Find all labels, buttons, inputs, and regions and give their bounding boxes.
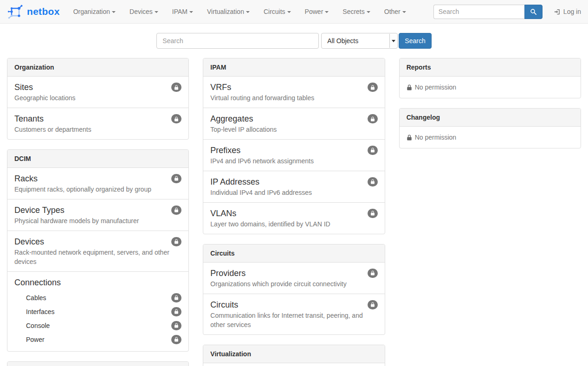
item-link-prefixes[interactable]: Prefixes — [210, 144, 240, 156]
nav-menu-power[interactable]: Power — [298, 0, 336, 23]
lock-icon — [174, 337, 179, 342]
list-item: Device TypesPhysical hardware models by … — [7, 199, 188, 231]
lock-badge — [368, 114, 378, 123]
netbox-brand[interactable]: netbox — [7, 4, 60, 19]
list-item: ConnectionsCablesInterfacesConsolePower — [7, 272, 188, 351]
list-item: Cables — [14, 291, 181, 305]
item-head: VLANs — [210, 207, 377, 219]
dashboard-column: IPAMVRFsVirtual routing and forwarding t… — [203, 58, 385, 366]
panel-heading: Circuits — [203, 244, 384, 263]
item-link-tenants[interactable]: Tenants — [14, 113, 44, 125]
connection-list: CablesInterfacesConsolePower — [14, 291, 181, 347]
panel-heading: DCIM — [7, 150, 188, 168]
list-item: VRFsVirtual routing and forwarding table… — [203, 77, 384, 108]
login-link[interactable]: Log in — [554, 8, 581, 15]
no-permission-label: No permission — [415, 83, 456, 91]
item-head: Connections — [14, 276, 181, 289]
item-description: Individual IPv4 and IPv6 addresses — [210, 188, 377, 198]
nav-menu-circuits[interactable]: Circuits — [257, 0, 298, 23]
lock-badge — [368, 300, 378, 309]
nav-menu-devices[interactable]: Devices — [123, 0, 165, 23]
list-item: Clusters — [203, 363, 384, 366]
panel-heading: IPAM — [203, 58, 384, 77]
panel-organization: OrganizationSitesGeographic locationsTen… — [7, 58, 189, 140]
caret-down-icon — [287, 11, 291, 13]
lock-icon — [370, 148, 375, 153]
navbar-menu-item: Organization — [66, 0, 123, 23]
item-link-vrfs[interactable]: VRFs — [210, 81, 231, 93]
lock-badge — [368, 146, 378, 155]
item-head: Circuits — [210, 299, 377, 311]
item-link-cables[interactable]: Cables — [26, 294, 46, 302]
dashboard-grid: OrganizationSitesGeographic locationsTen… — [0, 58, 588, 366]
item-link-console[interactable]: Console — [26, 322, 50, 329]
list-item: VLANsLayer two domains, identified by VL… — [203, 203, 384, 234]
global-search-input[interactable] — [156, 33, 319, 49]
caret-down-icon — [367, 11, 370, 13]
list-item: RacksEquipment racks, optionally organiz… — [7, 168, 188, 199]
navbar-menu-item: Circuits — [257, 0, 298, 23]
nav-menu-secrets[interactable]: Secrets — [336, 0, 377, 23]
item-description: Top-level IP allocations — [210, 125, 377, 135]
caret-down-icon — [155, 11, 158, 13]
item-link-power[interactable]: Power — [26, 336, 45, 343]
list-item: Power — [14, 333, 181, 347]
caret-down-icon — [402, 11, 406, 13]
list-item: IP AddressesIndividual IPv4 and IPv6 add… — [203, 171, 384, 203]
panel-heading: Reports — [400, 58, 581, 77]
item-description: Organizations which provide circuit conn… — [210, 280, 377, 289]
nav-menu-organization[interactable]: Organization — [66, 0, 123, 23]
item-link-circuits[interactable]: Circuits — [210, 299, 238, 311]
panel-heading: Changelog — [400, 109, 581, 127]
lock-badge — [171, 335, 181, 344]
dashboard-column: OrganizationSitesGeographic locationsTen… — [7, 58, 189, 366]
item-link-connections[interactable]: Connections — [14, 276, 61, 289]
nav-menu-virtualization[interactable]: Virtualization — [200, 0, 257, 23]
item-link-devices[interactable]: Devices — [14, 236, 44, 248]
navbar-menu-item: Virtualization — [200, 0, 257, 23]
item-link-ip-addresses[interactable]: IP Addresses — [210, 176, 259, 188]
caret-down-icon — [246, 11, 250, 13]
item-head: Racks — [14, 173, 181, 185]
item-link-device-types[interactable]: Device Types — [14, 204, 65, 216]
navbar-search-button[interactable] — [524, 5, 543, 19]
nav-menu-ipam[interactable]: IPAM — [165, 0, 200, 23]
list-item: CircuitsCommunication links for Internet… — [203, 294, 384, 334]
caret-down-icon — [189, 11, 193, 13]
item-link-aggregates[interactable]: Aggregates — [210, 113, 253, 125]
caret-down-icon — [112, 11, 116, 13]
search-icon — [530, 8, 537, 15]
lock-icon — [370, 179, 375, 184]
item-link-vlans[interactable]: VLANs — [210, 207, 236, 219]
caret-down-icon — [325, 11, 329, 13]
no-permission-notice: No permission — [400, 127, 581, 148]
item-description: Communication links for Internet transit… — [210, 311, 377, 330]
lock-badge — [171, 321, 181, 330]
list-item: SitesGeographic locations — [7, 77, 188, 108]
list-item: Interfaces — [14, 305, 181, 319]
panel-heading: Power — [7, 362, 188, 366]
item-description: Equipment racks, optionally organized by… — [14, 185, 181, 194]
item-link-sites[interactable]: Sites — [14, 81, 33, 93]
lock-badge — [368, 269, 378, 278]
nav-menu-other[interactable]: Other — [377, 0, 413, 23]
item-link-racks[interactable]: Racks — [14, 173, 38, 185]
brand-title: netbox — [27, 6, 60, 17]
lock-icon-wrap — [407, 135, 412, 141]
navbar-menu-item: IPAM — [165, 0, 200, 23]
navbar-search-input[interactable] — [433, 5, 524, 19]
panel-heading: Virtualization — [203, 345, 384, 363]
top-navbar: netbox OrganizationDevicesIPAMVirtualiza… — [0, 0, 588, 24]
object-type-select[interactable]: All Objects — [321, 33, 398, 49]
item-link-providers[interactable]: Providers — [210, 267, 246, 279]
lock-badge — [171, 174, 181, 183]
global-search-button[interactable]: Search — [399, 33, 431, 49]
lock-icon — [174, 207, 179, 212]
item-link-interfaces[interactable]: Interfaces — [26, 308, 54, 315]
sign-in-icon — [554, 8, 561, 15]
lock-icon — [174, 239, 179, 244]
lock-badge — [171, 237, 181, 246]
lock-icon — [370, 270, 375, 276]
panel-circuits: CircuitsProvidersOrganizations which pro… — [203, 244, 385, 335]
lock-badge — [171, 114, 181, 123]
